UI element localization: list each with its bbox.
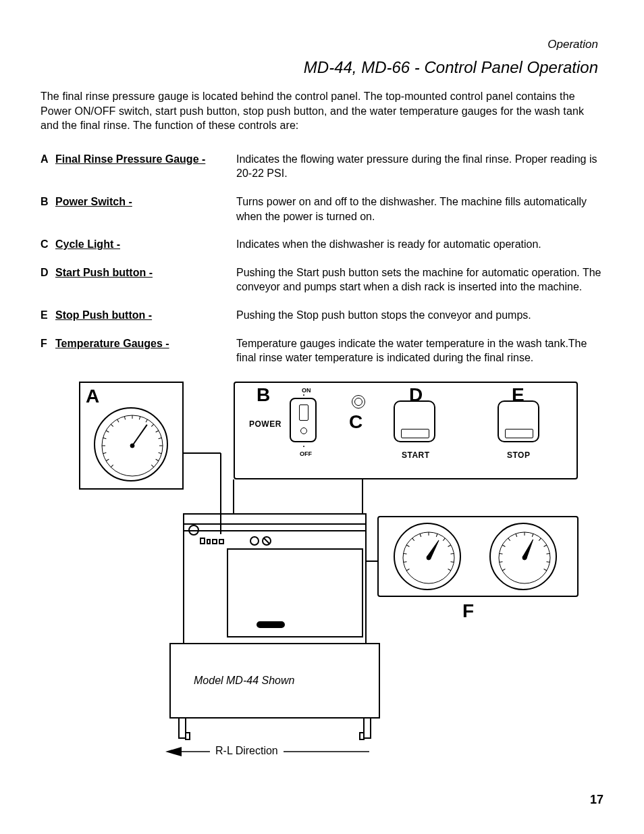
def-desc: Turns power on and off to the dishwasher… xyxy=(236,194,603,224)
svg-rect-70 xyxy=(207,540,210,544)
def-letter: B xyxy=(41,194,55,209)
def-desc: Indicates when the dishwasher is ready f… xyxy=(236,237,603,252)
def-desc: Pushing the Stop push button stops the c… xyxy=(236,308,603,323)
definition-row: FTemperature Gauges - Temperature gauges… xyxy=(41,336,603,365)
def-label: Stop Push button - xyxy=(55,309,152,321)
definition-row: CCycle Light - Indicates when the dishwa… xyxy=(41,237,603,252)
svg-rect-72 xyxy=(219,540,223,544)
def-letter: F xyxy=(41,336,55,351)
svg-rect-69 xyxy=(200,538,205,544)
def-letter: C xyxy=(41,237,55,252)
machine-outline-icon xyxy=(65,379,579,764)
section-header: Operation xyxy=(41,38,598,51)
definition-row: AFinal Rinse Pressure Gauge - Indicates … xyxy=(41,152,603,181)
def-label: Final Rinse Pressure Gauge - xyxy=(55,153,205,165)
svg-rect-71 xyxy=(213,540,217,544)
def-letter: A xyxy=(41,152,55,167)
svg-line-68 xyxy=(264,538,269,544)
svg-rect-64 xyxy=(227,549,363,637)
svg-rect-65 xyxy=(257,622,284,627)
def-desc: Indicates the flowing water pressure dur… xyxy=(236,152,603,181)
definition-row: DStart Push button - Pushing the Start p… xyxy=(41,265,603,294)
svg-point-66 xyxy=(250,537,259,545)
page-number: 17 xyxy=(590,793,603,807)
def-label: Power Switch - xyxy=(55,196,132,207)
svg-rect-62 xyxy=(360,733,364,739)
direction-label: R-L Direction xyxy=(210,745,284,757)
svg-marker-77 xyxy=(165,747,182,756)
control-panel-diagram: A xyxy=(65,379,579,764)
def-label: Temperature Gauges - xyxy=(55,338,169,349)
def-desc: Pushing the Start push button sets the m… xyxy=(236,265,603,294)
svg-rect-61 xyxy=(364,718,371,738)
definition-row: EStop Push button - Pushing the Stop pus… xyxy=(41,308,603,323)
model-caption: Model MD-44 Shown xyxy=(194,675,294,687)
svg-rect-57 xyxy=(184,524,366,531)
intro-paragraph: The final rinse pressure gauge is locate… xyxy=(41,89,603,133)
svg-rect-59 xyxy=(179,718,186,738)
def-desc: Temperature gauges indicate the water te… xyxy=(236,336,603,365)
def-letter: D xyxy=(41,265,55,280)
definition-row: BPower Switch - Turns power on and off t… xyxy=(41,194,603,224)
svg-rect-60 xyxy=(186,733,190,739)
def-label: Start Push button - xyxy=(55,267,153,278)
page-title: MD-44, MD-66 - Control Panel Operation xyxy=(41,58,598,77)
def-label: Cycle Light - xyxy=(55,238,120,250)
def-letter: E xyxy=(41,308,55,323)
